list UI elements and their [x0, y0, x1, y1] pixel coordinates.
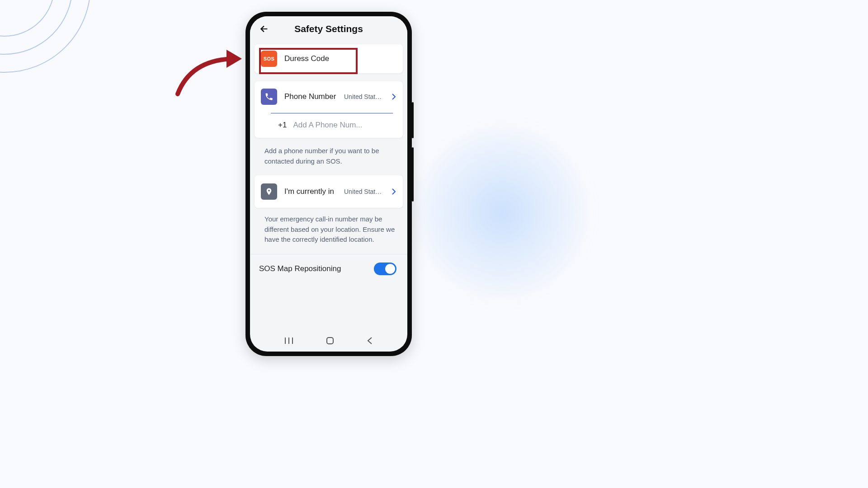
svg-point-2 [0, 0, 90, 72]
sos-map-label: SOS Map Repositioning [259, 264, 341, 273]
nav-back-button[interactable] [367, 337, 373, 346]
phone-number-card: Phone Number United States +1 [255, 81, 403, 138]
location-helper-text: Your emergency call-in number may be dif… [255, 214, 403, 245]
phone-number-row[interactable]: Phone Number United States [261, 88, 396, 106]
toggle-knob [385, 264, 395, 274]
duress-code-row[interactable]: SOS Duress Code [261, 50, 396, 68]
nav-back-icon [367, 337, 373, 344]
page-title: Safety Settings [294, 23, 363, 34]
phone-side-button [412, 102, 414, 138]
phone-side-button [412, 147, 414, 202]
duress-code-card: SOS Duress Code [255, 44, 403, 73]
android-nav-bar [250, 332, 407, 352]
location-row[interactable]: I'm currently in United States [261, 183, 396, 201]
phone-number-label: Phone Number [284, 92, 336, 101]
location-label: I'm currently in [284, 187, 334, 196]
svg-rect-3 [327, 338, 333, 344]
screen-content: SOS Duress Code Phone Number United Stat… [250, 42, 407, 332]
screen-header: Safety Settings [250, 16, 407, 42]
sos-map-toggle[interactable] [374, 263, 396, 275]
phone-prefix: +1 [278, 121, 287, 130]
back-arrow-icon [259, 24, 269, 34]
location-value: United States [344, 188, 382, 195]
phone-frame: Safety Settings SOS Duress Code Phone Nu… [245, 12, 412, 356]
location-pin-icon [261, 183, 277, 200]
nav-home-icon [326, 337, 334, 345]
svg-point-1 [0, 0, 72, 54]
nav-home-button[interactable] [326, 337, 334, 347]
svg-point-0 [0, 0, 54, 36]
phone-screen: Safety Settings SOS Duress Code Phone Nu… [250, 16, 407, 352]
sos-map-toggle-row: SOS Map Repositioning [255, 254, 403, 283]
phone-icon [261, 89, 277, 105]
phone-input-underline [271, 112, 393, 113]
phone-input-row: +1 [261, 121, 396, 130]
duress-code-label: Duress Code [284, 54, 329, 63]
nav-recents-button[interactable] [284, 337, 293, 346]
nav-recents-icon [284, 337, 293, 344]
phone-helper-text: Add a phone number if you want to be con… [255, 146, 403, 166]
phone-number-input[interactable] [293, 121, 365, 130]
sos-icon: SOS [261, 51, 277, 67]
chevron-right-icon [391, 94, 396, 100]
decorative-circles [0, 0, 108, 90]
background-glow [407, 117, 597, 307]
back-button[interactable] [258, 23, 270, 35]
chevron-right-icon [391, 188, 396, 195]
location-card: I'm currently in United States [255, 175, 403, 208]
phone-country-value: United States [344, 93, 382, 100]
highlight-arrow-icon [173, 41, 250, 99]
